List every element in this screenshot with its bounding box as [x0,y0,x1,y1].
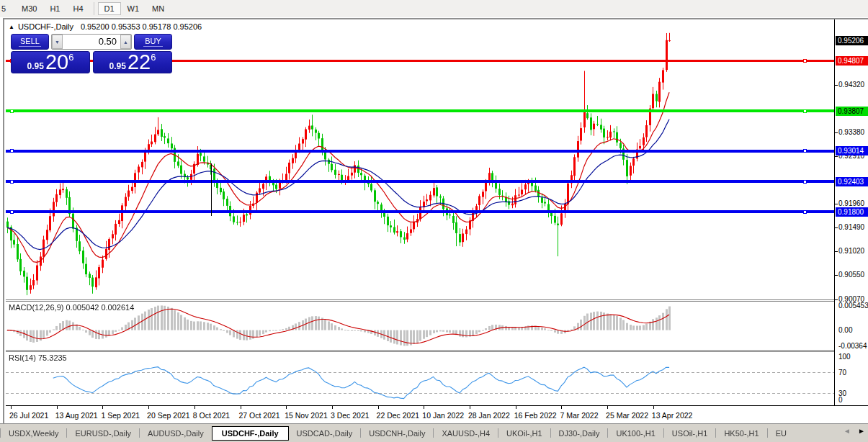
line-handle[interactable] [10,180,14,184]
chart-tab-uk100-h1[interactable]: UK100-,H1 [608,427,663,440]
date-label: 16 Feb 2022 [514,411,557,420]
tab-scroll-arrows: ◄ ► [842,427,867,435]
price-tick-label: 0.91490 [838,223,864,231]
price-badge: 0.91800 [836,207,868,217]
chart-tab-usoil-h1[interactable]: USOil-,H1 [664,427,716,440]
vertical-line-object[interactable] [211,163,212,216]
date-tick [516,406,516,409]
macd-indicator-label: MACD(12,26,9) [9,303,63,312]
sell-price-big-digits: 20 [45,53,68,71]
collapse-triangle-icon[interactable]: ▲ [9,24,14,30]
date-label: 15 Nov 2021 [285,411,328,420]
buy-button[interactable]: BUY [134,34,172,50]
volume-spinner: ▼ 0.50 ▲ [51,34,132,50]
date-label: 25 Mar 2022 [606,411,648,420]
timeframe-button-5[interactable]: 5 [0,2,15,15]
date-label: 20 Sep 2021 [147,411,190,420]
timeframe-button-w1[interactable]: W1 [121,2,146,15]
rsi-indicator-label: RSI(14) [9,353,36,362]
timeframe-button-m30[interactable]: M30 [15,2,43,15]
macd-axis-label: 0.005453 [838,302,868,310]
chart-tab-xauusd-h4[interactable]: XAUUSD-,H4 [434,427,498,440]
price-tick [835,299,838,300]
rsi-axis-label: 100 [838,353,851,361]
sell-price-pip-digit: 6 [68,53,73,62]
macd-main-value: 0.005042 [66,303,99,312]
date-label: 26 Jul 2021 [9,411,48,420]
line-handle[interactable] [803,210,807,214]
line-handle[interactable] [803,149,807,153]
volume-decrease-button[interactable]: ▼ [52,35,63,49]
price-badge: 0.93014 [836,146,868,155]
chart-title-bar: ▲ USDCHF-,Daily 0.95200 0.95353 0.95178 … [9,22,202,32]
timeframe-button-mn[interactable]: MN [146,2,171,15]
buy-button-label: BUY [143,37,163,47]
chart-tab-usdcnh-daily[interactable]: USDCNH-,Daily [361,427,433,440]
chart-tab-usdx-weekly[interactable]: USDX,Weekly [1,427,66,440]
price-tick [835,275,838,276]
buy-price-big-digits: 22 [127,53,151,71]
price-tick-label: 0.90550 [838,271,864,279]
price-badge: 0.95206 [836,36,868,45]
price-tick-label: 0.91020 [838,247,864,255]
chart-tab-ukoil-h1[interactable]: UKOil-,H1 [498,427,550,440]
line-handle[interactable] [803,59,807,63]
chart-ohlc-values: 0.95200 0.95353 0.95178 0.95206 [81,22,202,31]
date-label: 13 Aug 2021 [55,411,98,420]
horizontal-line-0.93807[interactable] [6,109,834,112]
date-label: 13 Apr 2022 [652,411,693,420]
rsi-axis-label: 70 [838,369,846,376]
chart-tab-usdcad-daily[interactable]: USDCAD-,Daily [289,427,361,440]
price-badge: 0.93807 [836,107,868,116]
date-tick [57,406,58,409]
price-tick [835,156,838,157]
horizontal-line-0.93014[interactable] [6,150,834,153]
line-handle[interactable] [803,109,807,113]
date-tick [653,406,654,409]
buy-price-quote[interactable]: 0.95 22 6 [93,51,172,73]
price-tick [835,85,838,86]
sell-price-prefix: 0.95 [27,61,44,71]
rsi-axis-label: 0 [838,396,843,404]
app-window: 5M30H1H4D1W1MN ▲ USDCHF-,Daily 0.95200 0… [0,0,868,442]
timeframe-button-d1[interactable]: D1 [98,2,121,15]
date-label: 27 Oct 2021 [239,411,280,420]
date-tick [241,406,241,409]
date-label: 8 Oct 2021 [193,411,230,420]
timeframe-button-h1[interactable]: H1 [43,2,66,15]
date-axis[interactable]: 26 Jul 202113 Aug 20211 Sep 202120 Sep 2… [6,405,868,423]
line-handle[interactable] [10,109,14,113]
price-badge: 0.94807 [836,56,868,66]
horizontal-line-0.918[interactable] [6,210,834,213]
volume-increase-button[interactable]: ▲ [120,35,131,49]
rsi-value: 75.3235 [38,353,67,362]
chart-tab-eurusd-daily[interactable]: EURUSD-,Daily [67,427,139,440]
sell-price-quote[interactable]: 0.95 20 6 [11,51,90,73]
rsi-indicator-canvas[interactable] [6,352,834,405]
price-badge: 0.92403 [836,177,868,186]
line-handle[interactable] [803,180,807,184]
chart-tab-audusd-daily[interactable]: AUDUSD-,Daily [140,427,212,440]
sell-button-label: SELL [19,37,41,47]
horizontal-line-0.92403[interactable] [6,180,834,183]
buy-price-pip-digit: 6 [151,53,156,62]
buy-price-prefix: 0.95 [109,61,126,71]
chart-tab-usdchf-daily[interactable]: USDCHF-,Daily [212,426,289,441]
chart-tab-eu[interactable]: EU [768,427,795,440]
date-tick [286,406,287,409]
tab-scroll-right-icon[interactable]: ► [856,427,867,435]
rsi-label-row: RSI(14) 75.3235 [9,353,67,362]
one-click-trading-panel: SELL ▼ 0.50 ▲ BUY 0.95 20 6 0.95 22 6 [11,34,172,73]
sell-button[interactable]: SELL [11,34,49,50]
price-tick [835,204,838,204]
chart-tab-hk50-h1[interactable]: HK50-,H1 [716,427,766,440]
volume-input[interactable]: 0.50 [63,35,120,49]
timeframe-button-h4[interactable]: H4 [66,2,89,15]
line-handle[interactable] [10,210,14,214]
line-handle[interactable] [10,149,14,153]
price-scale-axis[interactable]: 0.943200.933800.929100.919600.914900.910… [835,19,868,405]
chart-tab-dj30-daily[interactable]: DJ30-,Daily [551,427,608,440]
tab-scroll-left-icon[interactable]: ◄ [842,427,852,435]
date-tick [11,406,12,409]
price-tick [835,132,838,133]
